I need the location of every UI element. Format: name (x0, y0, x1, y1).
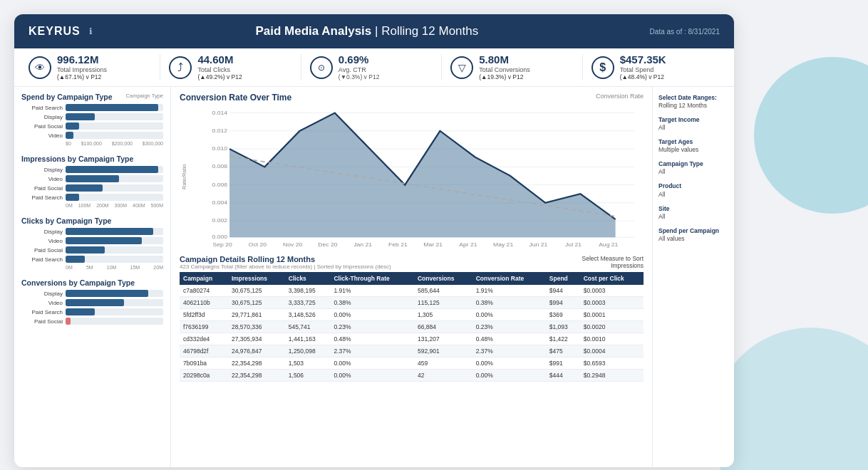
col-impressions: Impressions (228, 272, 285, 285)
line-chart-title: Conversion Rate Over Time (180, 93, 291, 103)
bar-row: Video (21, 299, 163, 306)
col-conv-rate: Conversion Rate (472, 272, 546, 285)
y-axis-label: Rate/Ratio (180, 105, 187, 248)
table-header-row: Campaign Impressions Clicks Click-Throug… (180, 272, 644, 285)
main-content: Spend by Campaign Type Campaign Type Pai… (14, 87, 734, 467)
spend-change: (▲48.4%) v P12 (620, 73, 666, 80)
bar-row: Paid Social (21, 122, 163, 130)
spend-axis: $0$100,000$200,000$300,000 (21, 141, 163, 146)
clicks-value: 44.60M (197, 54, 242, 66)
svg-text:0.002: 0.002 (212, 218, 227, 224)
bar-track (66, 122, 163, 130)
spend-value: $457.35K (620, 54, 666, 66)
table-row: 7b091ba22,354,2981,5030.00%4590.00%$991$… (180, 357, 644, 370)
svg-text:0.010: 0.010 (212, 146, 227, 152)
svg-text:Mar 21: Mar 21 (423, 242, 443, 248)
filter-group[interactable]: ProductAll (658, 182, 728, 197)
col-spend: Spend (546, 272, 580, 285)
impressions-axis: 0M100M200M300M400M500M (21, 203, 163, 208)
svg-text:Aug 21: Aug 21 (599, 242, 619, 248)
col-campaign: Campaign (180, 272, 228, 285)
clicks-icon: ⤴ (169, 56, 192, 79)
bar-label: Paid Search (21, 105, 63, 111)
bar-row: Display (21, 290, 163, 297)
conversions-icon: ▽ (450, 56, 473, 79)
left-panel: Spend by Campaign Type Campaign Type Pai… (14, 87, 171, 467)
spend-chart-title: Spend by Campaign Type (21, 93, 113, 101)
svg-text:Jul 21: Jul 21 (565, 242, 582, 248)
bar-label: Display (21, 114, 63, 120)
clicks-axis: 0M5M10M15M20M (21, 265, 163, 270)
filter-value: Multiple values (658, 146, 728, 153)
bar-row: Paid Search (21, 308, 163, 315)
clicks-label: Total Clicks (197, 66, 242, 74)
table-subtitle: 423 Campaigns Total (filter above to red… (180, 263, 391, 270)
col-ctr: Click-Through Rate (330, 272, 414, 285)
line-chart-section: Conversion Rate Over Time Conversion Rat… (180, 93, 644, 248)
filter-label: Product (658, 182, 728, 190)
table-row: f763619928,570,336545,7410.23%66,8840.23… (180, 321, 644, 333)
bar-row: Paid Social (21, 184, 163, 192)
table-row: 5fd2ff3d29,771,8613,148,5260.00%1,3050.0… (180, 309, 644, 321)
filter-group[interactable]: Target AgesMultiple values (658, 138, 728, 153)
impressions-icon: 👁 (29, 56, 51, 79)
campaign-table: Campaign Impressions Clicks Click-Throug… (180, 272, 644, 382)
ctr-icon: ⊙ (310, 56, 333, 79)
conversions-change: (▲19.3%) v P12 (479, 73, 530, 80)
filter-group[interactable]: Select Date Ranges:Rolling 12 Months (658, 94, 728, 109)
filter-group[interactable]: Spend per CampaignAll values (658, 227, 728, 242)
bar-row: Video (21, 175, 163, 182)
filter-label: Target Income (658, 116, 728, 124)
bar-row: Paid Search (21, 194, 163, 201)
bar-row: Paid Social (21, 318, 163, 325)
impressions-label: Total Impressions (57, 66, 107, 74)
impressions-value: 996.12M (57, 54, 107, 66)
bar-label: Video (21, 132, 63, 139)
spend-bar-chart: Paid Search Display Paid Social Video (21, 104, 163, 139)
table-header: Campaign Details Rolling 12 Months 423 C… (180, 255, 644, 270)
filter-label: Campaign Type (658, 160, 728, 168)
bar-row: Display (21, 166, 163, 173)
clicks-change: (▲49.2%) v P12 (197, 73, 242, 80)
filter-group[interactable]: Target IncomeAll (658, 116, 728, 131)
conversions-label: Total Conversions (479, 66, 530, 74)
svg-text:0.012: 0.012 (212, 128, 227, 134)
bar-track (66, 104, 163, 111)
bar-row: Paid Search (21, 256, 163, 263)
filter-group[interactable]: SiteAll (658, 205, 728, 220)
table-row: 46798d2f24,976,8471,250,0982.37%592,9012… (180, 345, 644, 357)
svg-text:Feb 21: Feb 21 (388, 242, 408, 248)
spend-chart-section: Spend by Campaign Type Campaign Type Pai… (21, 93, 163, 146)
svg-marker-16 (229, 113, 616, 238)
table-sort-label: Select Measure to Sort Impressions (582, 255, 644, 269)
bar-label: Paid Social (21, 123, 63, 130)
dashboard-container: KEYRUS ℹ Paid Media Analysis | Rolling 1… (14, 14, 734, 467)
filter-value: All values (658, 235, 728, 242)
svg-text:Dec 20: Dec 20 (318, 242, 338, 248)
middle-panel: Conversion Rate Over Time Conversion Rat… (171, 87, 652, 467)
ctr-label: Avg. CTR (339, 66, 380, 74)
col-conversions: Conversions (414, 272, 472, 285)
logo: KEYRUS (29, 25, 81, 38)
filter-label: Spend per Campaign (658, 227, 728, 235)
table-section: Campaign Details Rolling 12 Months 423 C… (180, 255, 644, 382)
kpi-clicks: ⤴ 44.60M Total Clicks (▲49.2%) v P12 (160, 54, 301, 80)
kpi-ctr: ⊙ 0.69% Avg. CTR (▼0.3%) v P12 (301, 54, 442, 80)
filter-group[interactable]: Campaign TypeAll (658, 160, 728, 175)
conversions-bar-chart: Display Video Paid Search Paid Social (21, 290, 163, 325)
kpi-spend: $ $457.35K Total Spend (▲48.4%) v P12 (583, 54, 723, 80)
impressions-change: (▲67.1%) v P12 (57, 73, 107, 80)
deco-circle-bottom (711, 328, 868, 470)
svg-text:Sep 20: Sep 20 (213, 242, 233, 248)
svg-text:Apr 21: Apr 21 (459, 242, 477, 248)
kpi-conversions: ▽ 5.80M Total Conversions (▲19.3%) v P12 (442, 54, 582, 80)
svg-text:Jun 21: Jun 21 (529, 242, 547, 248)
filter-label: Select Date Ranges: (658, 94, 728, 102)
data-date: Data as of : 8/31/2021 (641, 28, 720, 36)
bar-row: Display (21, 113, 163, 120)
filter-value: Rolling 12 Months (658, 102, 728, 109)
bar-row: Video (21, 237, 163, 244)
svg-text:Jan 21: Jan 21 (353, 242, 372, 248)
table-row: c7a8027430,675,1253,398,1951.91%585,6441… (180, 285, 644, 297)
kpi-bar: 👁 996.12M Total Impressions (▲67.1%) v P… (14, 48, 734, 87)
